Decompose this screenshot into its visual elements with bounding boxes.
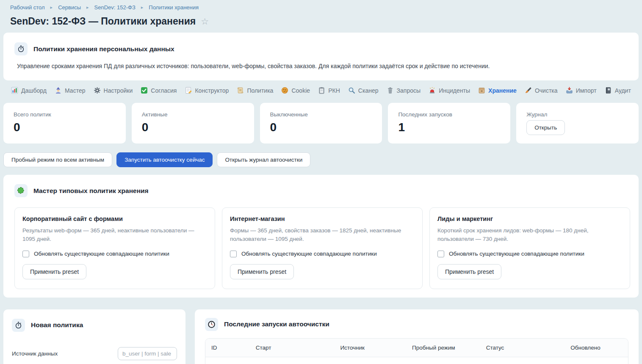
stat-card: Выключенные0	[260, 103, 382, 143]
scroll-icon	[237, 87, 244, 94]
tab-label: Инциденты	[439, 87, 470, 94]
update-existing-checkbox[interactable]	[437, 251, 444, 257]
stat-value: 0	[14, 121, 116, 134]
update-existing-checkbox[interactable]	[230, 251, 237, 257]
preset-title: Корпоративный сайт с формами	[22, 215, 207, 222]
search-icon	[348, 87, 355, 94]
apply-preset-button[interactable]: Применить preset	[437, 264, 501, 279]
form-row: Источник данных	[12, 342, 177, 364]
memo-icon	[185, 87, 192, 94]
stat-label: Активные	[142, 111, 244, 118]
breadcrumb: Рабочий стол▸Сервисы▸SenDev: 152-ФЗ▸Поли…	[3, 0, 639, 11]
preset-cards: Корпоративный сайт с формамиРезультаты w…	[14, 207, 630, 289]
preset-description: Результаты web-форм — 365 дней, неактивн…	[22, 226, 207, 244]
run-autoclean-button[interactable]: Запустить автоочистку сейчас	[116, 152, 213, 167]
tab-cookie[interactable]: Cookie	[281, 87, 310, 94]
breadcrumb-arrow-icon: ▸	[141, 5, 144, 10]
banner-title: Политики хранения персональных данных	[33, 45, 174, 53]
runs-column-header: ID	[205, 339, 250, 357]
stopwatch-icon	[14, 42, 28, 55]
tab-label: РКН	[328, 87, 340, 94]
tab-consents[interactable]: Согласия	[141, 87, 177, 94]
form-input[interactable]	[118, 347, 177, 360]
breadcrumb-link[interactable]: Рабочий стол	[10, 4, 45, 11]
tab-cleanup[interactable]: Очистка	[525, 87, 558, 94]
bar-chart-icon	[11, 87, 18, 94]
tab-label: Настройки	[104, 87, 133, 94]
update-existing-checkbox[interactable]	[22, 251, 29, 257]
runs-column-header: Статус	[480, 339, 565, 357]
new-policy-panel: Новая политика Источник данныхТип сущнос…	[3, 309, 185, 364]
preset-card: Интернет-магазинФормы — 365 дней, свойст…	[222, 207, 423, 289]
stat-value: 0	[270, 121, 372, 134]
book-icon	[605, 87, 612, 94]
open-journal-button[interactable]: Открыть журнал автоочистки	[217, 152, 310, 167]
stat-label: Всего политик	[14, 111, 116, 118]
siren-icon	[429, 87, 436, 94]
breadcrumb-link[interactable]: Политики хранения	[149, 4, 199, 11]
stopwatch-icon	[12, 319, 25, 332]
preset-card: Лиды и маркетингКороткий срок хранения л…	[429, 207, 630, 289]
tab-policy[interactable]: Политика	[237, 87, 273, 94]
clock-icon	[205, 318, 218, 331]
preset-card: Корпоративный сайт с формамиРезультаты w…	[14, 207, 215, 289]
runs-column-header: Обновлено	[565, 339, 628, 357]
banner: Политики хранения персональных данных Уп…	[3, 33, 639, 80]
box-icon	[478, 87, 485, 94]
tab-bar: ДашбордМастерНастройкиСогласияКонструкто…	[11, 87, 631, 94]
preset-title: Интернет-магазин	[230, 215, 415, 222]
gear-icon	[94, 87, 101, 94]
wizard-icon	[55, 87, 62, 94]
apply-preset-button[interactable]: Применить preset	[22, 264, 86, 279]
tab-label: Запросы	[397, 87, 421, 94]
tab-label: Согласия	[151, 87, 177, 94]
run-cell-source: agent	[334, 357, 406, 364]
tab-requests[interactable]: Запросы	[387, 87, 421, 94]
tab-settings[interactable]: Настройки	[94, 87, 133, 94]
tab-wizard[interactable]: Мастер	[55, 87, 85, 94]
tab-rkn[interactable]: РКН	[318, 87, 340, 94]
breadcrumb-link[interactable]: SenDev: 152-ФЗ	[94, 4, 136, 11]
stat-card: ЖурналОткрыть	[516, 103, 639, 143]
preset-description: Короткий срок хранения лидов: web-формы …	[437, 226, 622, 244]
tab-label: Хранение	[488, 87, 517, 94]
stat-card: Всего политик0	[3, 103, 126, 143]
checkbox-label: Обновлять существующие совпадающие полит…	[34, 251, 169, 257]
tab-scanner[interactable]: Сканер	[348, 87, 379, 94]
runs-table-wrap: IDСтартИсточникПробный режимСтатусОбновл…	[205, 338, 628, 364]
runs-title: Последние запуски автоочистки	[224, 320, 329, 328]
preset-title: Лиды и маркетинг	[437, 215, 622, 222]
title-row: SenDev: 152-ФЗ — Политики хранения ☆	[10, 16, 632, 27]
stat-cards: Всего политик0Активные0Выключенные0После…	[3, 103, 639, 143]
action-buttons: Пробный режим по всем активным Запустить…	[3, 152, 639, 167]
open-journal-card-button[interactable]: Открыть	[526, 120, 565, 135]
check-icon	[141, 87, 148, 94]
tab-label: Импорт	[576, 87, 597, 94]
stat-value: 1	[398, 121, 500, 134]
update-existing-checkbox-row: Обновлять существующие совпадающие полит…	[230, 251, 415, 257]
tab-dashboard[interactable]: Дашборд	[11, 87, 47, 94]
star-icon[interactable]: ☆	[201, 17, 209, 26]
runs-column-header: Старт	[250, 339, 335, 357]
stat-label: Выключенные	[270, 111, 372, 118]
tab-label: Конструктор	[195, 87, 229, 94]
runs-column-header: Пробный режим	[406, 339, 480, 357]
apply-preset-button[interactable]: Применить preset	[230, 264, 294, 279]
stat-card: Активные0	[132, 103, 254, 143]
preset-description: Формы — 365 дней, свойства заказов — 182…	[230, 226, 415, 244]
tab-incidents[interactable]: Инциденты	[429, 87, 470, 94]
tab-constructor[interactable]: Конструктор	[185, 87, 229, 94]
runs-table: IDСтартИсточникПробный режимСтатусОбновл…	[205, 339, 628, 364]
update-existing-checkbox-row: Обновлять существующие совпадающие полит…	[22, 251, 207, 257]
tab-storage[interactable]: Хранение	[478, 87, 517, 94]
trial-mode-button[interactable]: Пробный режим по всем активным	[3, 152, 112, 167]
tab-label: Сканер	[358, 87, 379, 94]
form-label: Источник данных	[12, 350, 58, 357]
runs-column-header: Источник	[334, 339, 406, 357]
breadcrumb-arrow-icon: ▸	[50, 5, 53, 10]
tab-import[interactable]: Импорт	[566, 87, 597, 94]
breadcrumb-link[interactable]: Сервисы	[58, 4, 81, 11]
tab-label: Политика	[247, 87, 273, 94]
tab-audit[interactable]: Аудит	[605, 87, 631, 94]
stat-label: Журнал	[526, 111, 628, 118]
